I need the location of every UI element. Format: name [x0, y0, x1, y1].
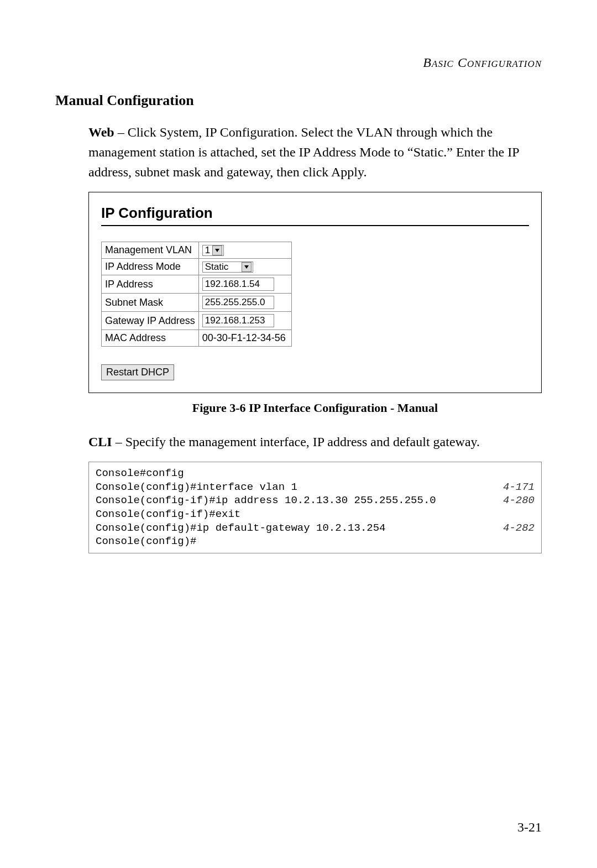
cli-line: Console(config-if)#exit	[96, 508, 535, 521]
label-ip-address: IP Address	[102, 275, 199, 294]
cli-line: Console(config-if)#ip address 10.2.13.30…	[96, 494, 535, 508]
cli-cmd: Console(config)#ip default-gateway 10.2.…	[96, 521, 386, 535]
web-paragraph: Web – Click System, IP Configuration. Se…	[88, 122, 542, 182]
cell-gateway: 192.168.1.253	[198, 312, 291, 330]
cli-ref: 4-282	[492, 521, 535, 535]
cli-cmd: Console#config	[96, 467, 184, 480]
cell-subnet-mask: 255.255.255.0	[198, 294, 291, 312]
cli-ref: 4-280	[492, 494, 535, 508]
cli-listing: Console#config Console(config)#interface…	[88, 462, 542, 553]
cell-management-vlan: 1	[198, 242, 291, 259]
cli-paragraph: CLI – Specify the management interface, …	[88, 432, 542, 452]
dropdown-arrow-icon	[212, 245, 222, 255]
ip-address-input[interactable]: 192.168.1.54	[202, 278, 274, 291]
subnet-mask-input[interactable]: 255.255.255.0	[202, 296, 274, 309]
label-mac-address: MAC Address	[102, 330, 199, 347]
cli-line: Console(config)#	[96, 535, 535, 548]
ip-address-mode-select[interactable]: Static	[202, 262, 254, 273]
label-subnet-mask: Subnet Mask	[102, 294, 199, 312]
ip-address-mode-value: Static	[205, 262, 229, 273]
ip-config-form: Management VLAN 1 IP Address Mode Static	[101, 242, 292, 347]
row-ip-address: IP Address 192.168.1.54	[102, 275, 292, 294]
section-title: Manual Configuration	[55, 92, 542, 109]
label-management-vlan: Management VLAN	[102, 242, 199, 259]
running-head: Basic Configuration	[55, 55, 542, 70]
cli-cmd: Console(config)#	[96, 535, 196, 548]
row-management-vlan: Management VLAN 1	[102, 242, 292, 259]
cell-ip-address-mode: Static	[198, 259, 291, 275]
cli-ref	[523, 535, 535, 548]
panel-title: IP Configuration	[101, 205, 529, 222]
panel-divider	[101, 225, 529, 226]
cli-ref: 4-171	[492, 480, 535, 494]
label-ip-address-mode: IP Address Mode	[102, 259, 199, 275]
label-gateway: Gateway IP Address	[102, 312, 199, 330]
svg-marker-0	[215, 249, 219, 252]
row-mac-address: MAC Address 00-30-F1-12-34-56	[102, 330, 292, 347]
cli-cmd: Console(config-if)#ip address 10.2.13.30…	[96, 494, 436, 508]
figure-caption: Figure 3-6 IP Interface Configuration - …	[88, 401, 542, 415]
mac-address-value: 00-30-F1-12-34-56	[202, 332, 286, 343]
page: Basic Configuration Manual Configuration…	[0, 0, 597, 868]
cli-text: – Specify the management interface, IP a…	[112, 435, 480, 449]
cell-mac-address: 00-30-F1-12-34-56	[198, 330, 291, 347]
cli-line: Console(config)#ip default-gateway 10.2.…	[96, 521, 535, 535]
web-lead: Web	[88, 125, 114, 139]
dropdown-arrow-icon	[242, 262, 252, 272]
cell-ip-address: 192.168.1.54	[198, 275, 291, 294]
management-vlan-select[interactable]: 1	[202, 245, 224, 256]
cli-ref	[523, 467, 535, 480]
page-number: 3-21	[517, 820, 542, 835]
web-text: – Click System, IP Configuration. Select…	[88, 125, 519, 179]
row-subnet-mask: Subnet Mask 255.255.255.0	[102, 294, 292, 312]
svg-marker-1	[244, 265, 249, 269]
cli-ref	[523, 508, 535, 521]
ip-config-panel: IP Configuration Management VLAN 1 IP Ad…	[88, 192, 542, 393]
management-vlan-value: 1	[205, 245, 210, 256]
row-ip-address-mode: IP Address Mode Static	[102, 259, 292, 275]
cli-line: Console#config	[96, 467, 535, 480]
cli-cmd: Console(config-if)#exit	[96, 508, 240, 521]
cli-lead: CLI	[88, 435, 112, 449]
row-gateway: Gateway IP Address 192.168.1.253	[102, 312, 292, 330]
cli-cmd: Console(config)#interface vlan 1	[96, 480, 297, 494]
cli-line: Console(config)#interface vlan 1 4-171	[96, 480, 535, 494]
restart-dhcp-button[interactable]: Restart DHCP	[101, 364, 174, 380]
gateway-input[interactable]: 192.168.1.253	[202, 314, 274, 327]
